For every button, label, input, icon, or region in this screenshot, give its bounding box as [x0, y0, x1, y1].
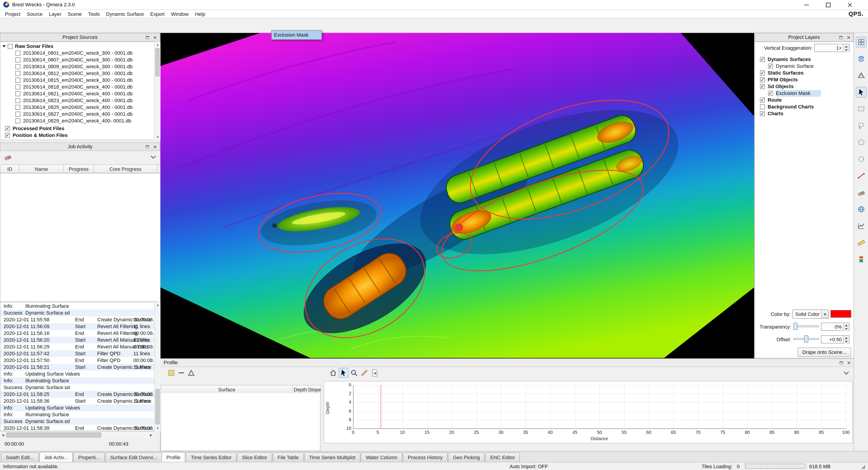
- tab-slice-editor[interactable]: Slice Editor: [237, 452, 272, 462]
- menu-dynamic-surface[interactable]: Dynamic Surface: [103, 11, 147, 17]
- exclusion-mask-popup-item[interactable]: Exclusion Mask: [272, 31, 321, 39]
- eraser-icon[interactable]: [856, 187, 867, 198]
- job-column-id[interactable]: ID: [0, 165, 20, 173]
- checkbox[interactable]: [16, 57, 20, 62]
- checkbox[interactable]: ✓: [5, 126, 10, 131]
- tree-item-db-file[interactable]: 20130614_0827_em2040C_wreck_400 - 0001.d…: [0, 111, 160, 118]
- log-row[interactable]: 2020-12-01 11:55:58EndCreate Dynamic Sur…: [0, 316, 155, 323]
- scroll-up-icon[interactable]: ▲: [155, 302, 161, 308]
- tree-item-route[interactable]: ✓Route: [754, 97, 854, 103]
- menu-source[interactable]: Source: [24, 11, 46, 17]
- maximize-button[interactable]: [819, 0, 837, 10]
- checkbox[interactable]: [16, 98, 20, 103]
- stacked-layers-icon[interactable]: [856, 53, 867, 64]
- tree-item-file-group[interactable]: ✓Position & Motion Files: [0, 132, 160, 139]
- checkbox[interactable]: [16, 105, 20, 110]
- offset-spinbox[interactable]: +0.50: [821, 335, 849, 343]
- menu-scene[interactable]: Scene: [64, 11, 85, 17]
- checkbox[interactable]: [16, 71, 20, 76]
- offset-spin-arrows[interactable]: [843, 336, 849, 343]
- tree-scrollbar[interactable]: ▲ ▼: [154, 41, 160, 140]
- checkbox[interactable]: ✓: [5, 133, 10, 138]
- tab-surface-edit-overvi-[interactable]: Surface Edit Overvi...: [105, 452, 162, 462]
- tree-item-dynamic-surface[interactable]: ✓Dynamic Surface: [754, 63, 854, 70]
- tree-item-file-group[interactable]: ✓Processed Point Files: [0, 125, 160, 132]
- profile-column-depth[interactable]: Depth: [293, 385, 308, 393]
- tree-item-sd-objects[interactable]: ✓Sd Objects: [754, 83, 854, 90]
- tree-item-db-file[interactable]: 20130614_0815_em2040C_wreck_300 - 0001.d…: [0, 77, 160, 84]
- profile-column-surface[interactable]: Surface: [161, 385, 293, 393]
- line-chart-icon[interactable]: [856, 221, 867, 231]
- log-row[interactable]: Info:Updating Surface Values: [0, 371, 155, 377]
- tree-item-db-file[interactable]: 20130614_0807_em2040C_wreck_300 - 0001.d…: [0, 57, 160, 63]
- tree-item-background-charts[interactable]: Background Charts: [754, 103, 854, 110]
- float-icon[interactable]: [838, 34, 844, 41]
- checkbox[interactable]: ✓: [760, 57, 765, 62]
- scroll-left-icon[interactable]: ◀: [0, 432, 6, 439]
- tree-item-db-file[interactable]: 20130614_0823_em2040C_wreck_400 - 0001.d…: [0, 97, 160, 104]
- scrollbar-thumb[interactable]: [156, 49, 160, 76]
- collapse-panel-icon[interactable]: [841, 368, 851, 378]
- select-rectangle-icon[interactable]: [856, 103, 867, 114]
- clear-log-icon[interactable]: [3, 152, 13, 162]
- menu-help[interactable]: Help: [192, 11, 208, 17]
- log-row[interactable]: 2020-12-01 11:58:39EndCreate Dynamic Sur…: [0, 425, 155, 431]
- checkbox[interactable]: [8, 44, 13, 49]
- select-polygon-icon[interactable]: [856, 137, 867, 148]
- log-row[interactable]: 2020-12-01 11:56:20StartRevert All Manua…: [0, 337, 155, 343]
- annotate-icon[interactable]: [360, 368, 369, 378]
- checkbox[interactable]: ✓: [768, 91, 773, 96]
- zoom-tool-icon[interactable]: [349, 368, 359, 378]
- scroll-down-icon[interactable]: ▼: [155, 134, 161, 140]
- export-plot-icon[interactable]: [370, 368, 380, 378]
- offset-slider[interactable]: [794, 335, 819, 343]
- tree-item-db-file[interactable]: 20130614_0829_em2040C_wreck_400- 0001.db: [0, 118, 160, 124]
- tab-time-series-multiplot[interactable]: Time Series Multiplot: [304, 452, 361, 462]
- checkbox[interactable]: [16, 51, 20, 56]
- menu-project[interactable]: Project: [2, 11, 24, 17]
- grid-view-icon[interactable]: [856, 37, 867, 48]
- checkbox[interactable]: ✓: [760, 77, 765, 82]
- log-row[interactable]: SuccessDynamic Surface.sd: [0, 310, 155, 316]
- checkbox[interactable]: [16, 64, 20, 69]
- profile-chart[interactable]: Depth Distance 0510152025303540455055606…: [324, 381, 852, 443]
- checkbox[interactable]: ✓: [760, 98, 765, 102]
- menu-layer[interactable]: Layer: [46, 11, 64, 17]
- log-row[interactable]: SuccessDynamic Surface.sd: [0, 418, 155, 425]
- solid-color-swatch[interactable]: [831, 310, 851, 318]
- menu-window[interactable]: Window: [168, 11, 192, 17]
- float-icon[interactable]: [144, 144, 151, 150]
- drape-onto-scene-button[interactable]: Drape onto Scene...: [798, 347, 851, 357]
- checkbox[interactable]: [16, 91, 20, 96]
- ruler-icon[interactable]: [856, 237, 867, 248]
- log-hscrollbar[interactable]: ◀ ▶: [0, 431, 154, 438]
- tree-item-db-file[interactable]: 20130614_0801_em2040C_wreck_300 - 0001.d…: [0, 50, 160, 57]
- log-row[interactable]: 2020-12-01 11:58:36StartCreate Dynamic S…: [0, 398, 155, 405]
- tab-process-history[interactable]: Process History: [403, 452, 447, 462]
- close-button[interactable]: [841, 0, 859, 10]
- tab-file-table[interactable]: File Table: [273, 452, 304, 462]
- tree-item-db-file[interactable]: 20130614_0818_em2040C_wreck_400 - 0001.d…: [0, 84, 160, 90]
- job-column-progress[interactable]: Progress: [64, 165, 94, 173]
- globe-icon[interactable]: [856, 204, 867, 215]
- profile-line-icon[interactable]: [856, 170, 867, 181]
- scene-3d-viewport[interactable]: [160, 33, 754, 358]
- tree-item-db-file[interactable]: 20130614_0821_em2040C_wreck_400 - 0001.d…: [0, 90, 160, 97]
- slider-handle[interactable]: [794, 323, 798, 330]
- tab-profile[interactable]: Profile: [161, 452, 185, 463]
- tree-item-db-file[interactable]: 20130614_0809_em2040C_wreck_300 - 0001.d…: [0, 63, 160, 70]
- remove-segment-icon[interactable]: [176, 368, 186, 378]
- log-row[interactable]: Info:Illuminating Surface: [0, 303, 155, 310]
- log-row[interactable]: 2020-12-01 11:57:50EndFilter QPD00:00:08…: [0, 357, 155, 364]
- close-icon[interactable]: [845, 34, 852, 41]
- tab-job-activ-[interactable]: Job Activ...: [39, 452, 73, 463]
- log-row[interactable]: 2020-12-01 11:58:25EndCreate Dynamic Sur…: [0, 391, 155, 398]
- log-row[interactable]: 2020-12-01 11:56:09StartRevert All Filte…: [0, 323, 155, 330]
- profile-color-swatch-icon[interactable]: [166, 368, 176, 378]
- scrollbar-thumb[interactable]: [156, 389, 160, 425]
- color-by-combo[interactable]: Solid Color: [793, 310, 829, 319]
- slider-handle[interactable]: [804, 335, 808, 343]
- tab-properti-[interactable]: Properti...: [73, 452, 105, 462]
- ve-spin-arrows[interactable]: [843, 44, 849, 52]
- tree-item-db-file[interactable]: 20130614_0825_em2040C_wreck_400 - 0001.d…: [0, 104, 160, 111]
